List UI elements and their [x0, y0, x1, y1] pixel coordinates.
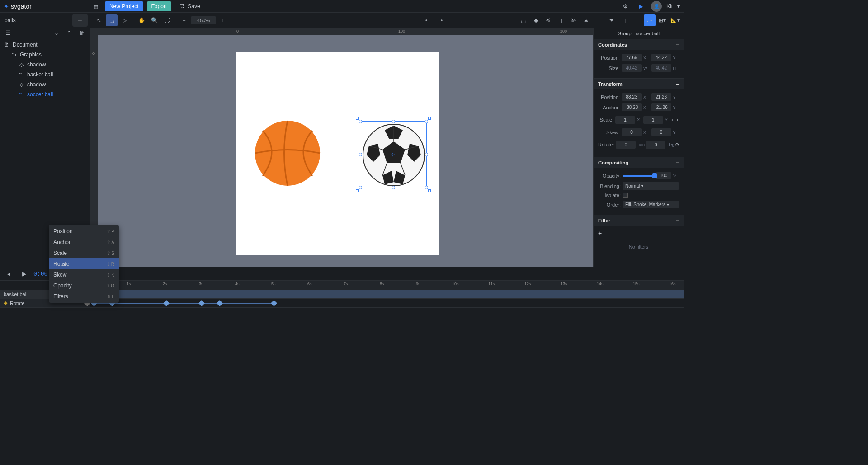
ruler-icon[interactable]: 📐▾: [669, 14, 681, 26]
track-lane-rotate[interactable]: [90, 299, 684, 308]
anchor-point-icon[interactable]: ✢: [391, 152, 395, 157]
chevron-down-icon[interactable]: ⌄: [51, 28, 62, 38]
canvas[interactable]: 0 100 200 0: [90, 28, 593, 267]
rotate-handle[interactable]: [428, 117, 431, 120]
scale-y-input[interactable]: [643, 116, 663, 124]
order-select[interactable]: Fill, Stroke, Markers ▾: [623, 201, 679, 208]
resize-handle[interactable]: [359, 186, 362, 189]
scale-x-input[interactable]: [615, 116, 635, 124]
isolate-checkbox[interactable]: [623, 193, 628, 198]
panel-menu-icon[interactable]: ☰: [3, 28, 14, 38]
resize-handle[interactable]: [425, 186, 428, 189]
filter-header[interactable]: Filter −: [594, 215, 684, 226]
link-icon[interactable]: ⟷: [671, 114, 679, 126]
keyframe[interactable]: [163, 300, 170, 306]
align-tool-2[interactable]: ◆: [530, 14, 542, 26]
node-tool[interactable]: ▷: [118, 14, 130, 26]
zoom-tool[interactable]: 🔍: [148, 14, 160, 26]
track-lane-group[interactable]: [90, 290, 684, 299]
compositing-header[interactable]: Compositing −: [594, 157, 684, 168]
resize-handle[interactable]: [392, 120, 395, 123]
resize-handle[interactable]: [425, 120, 428, 123]
align-middle-icon[interactable]: ═: [593, 14, 605, 26]
align-tool-1[interactable]: ⬚: [517, 14, 529, 26]
anchor-x-input[interactable]: [622, 103, 642, 111]
pan-tool[interactable]: ✋: [136, 14, 147, 26]
zoom-in-button[interactable]: +: [217, 14, 229, 26]
ctx-opacity[interactable]: Opacity⇧ O: [49, 280, 119, 291]
pointer-tool[interactable]: ↖: [93, 14, 105, 26]
rotate-handle[interactable]: [428, 189, 431, 192]
anchor-y-input[interactable]: [651, 103, 671, 111]
size-h-input[interactable]: [651, 64, 671, 72]
save-button[interactable]: 🖫 Save: [175, 1, 204, 11]
skew-y-input[interactable]: [651, 128, 671, 136]
distribute-v-icon[interactable]: ═: [631, 14, 643, 26]
timeline-ruler[interactable]: 1s2s3s4s5s6s7s8s9s10s11s12s13s14s15s16s: [90, 281, 684, 290]
avatar[interactable]: 👤: [651, 1, 662, 12]
tl-play-button[interactable]: ▶: [18, 268, 30, 280]
add-filter-button[interactable]: +: [598, 230, 602, 237]
add-button[interactable]: +: [72, 14, 88, 27]
ctx-filters[interactable]: Filters⇧ L: [49, 291, 119, 302]
tree-item-shadow1[interactable]: ◇ shadow: [0, 60, 90, 70]
align-right-icon[interactable]: ⫸: [568, 14, 580, 26]
keyframe[interactable]: [271, 300, 277, 306]
rotate-deg-input[interactable]: [646, 141, 665, 149]
resize-handle[interactable]: [359, 153, 362, 156]
keyframe[interactable]: [198, 300, 205, 306]
ctx-scale[interactable]: Scale⇧ S: [49, 248, 119, 258]
tree-item-shadow2[interactable]: ◇ shadow: [0, 80, 90, 89]
opacity-slider[interactable]: [623, 175, 655, 177]
rotate-handle[interactable]: [356, 189, 359, 192]
position-x-input[interactable]: [622, 54, 642, 61]
canvas-content[interactable]: ✢: [98, 35, 593, 267]
track-content[interactable]: [90, 290, 684, 308]
trash-icon[interactable]: 🗑: [76, 28, 87, 38]
new-project-button[interactable]: New Project: [105, 1, 143, 11]
ctx-rotate[interactable]: Rotate⇧ R: [49, 258, 119, 269]
resize-handle[interactable]: [359, 120, 362, 123]
distribute-h-icon[interactable]: ⫼: [618, 14, 630, 26]
tree-item-basketball[interactable]: 🗀 basket ball: [0, 70, 90, 80]
t-position-x-input[interactable]: [622, 93, 642, 101]
chevron-up-icon[interactable]: ⌃: [64, 28, 75, 38]
chevron-down-icon[interactable]: ▾: [677, 3, 680, 9]
align-left-icon[interactable]: ⫷: [542, 14, 554, 26]
undo-button[interactable]: ↶: [421, 14, 433, 26]
align-top-icon[interactable]: ⏶: [580, 14, 592, 26]
export-button[interactable]: Export: [147, 1, 172, 11]
coordinates-header[interactable]: Coordinates −: [594, 39, 684, 50]
snap-button[interactable]: ⫰▾: [644, 14, 656, 26]
t-position-y-input[interactable]: [651, 93, 671, 101]
tl-prev-button[interactable]: ◂: [3, 268, 14, 280]
transform-tool[interactable]: ⬚: [106, 14, 118, 26]
redo-button[interactable]: ↷: [435, 14, 447, 26]
settings-icon[interactable]: ⚙: [620, 1, 631, 12]
size-w-input[interactable]: [622, 64, 642, 72]
zoom-level[interactable]: 450%: [191, 16, 216, 24]
rotate-turn-input[interactable]: [616, 141, 636, 149]
tree-item-graphics[interactable]: 🗀 Graphics: [0, 50, 90, 60]
ctx-anchor[interactable]: Anchor⇧ A: [49, 237, 119, 248]
resize-handle[interactable]: [425, 153, 428, 156]
skew-x-input[interactable]: [622, 128, 642, 136]
transform-header[interactable]: Transform −: [594, 79, 684, 89]
keyframe[interactable]: [217, 300, 223, 306]
fit-tool[interactable]: ⛶: [161, 14, 173, 26]
basketball-shape[interactable]: [254, 119, 321, 187]
tree-item-soccerball[interactable]: 🗀 soccer ball: [0, 89, 90, 99]
grid-icon[interactable]: ⊞▾: [656, 14, 668, 26]
rotate-icon[interactable]: ⟳: [675, 139, 679, 150]
ctx-position[interactable]: Position⇧ P: [49, 226, 119, 237]
play-icon[interactable]: ▶: [636, 1, 646, 12]
grid-view-icon[interactable]: ▦: [90, 1, 101, 12]
align-bottom-icon[interactable]: ⏷: [606, 14, 618, 26]
selection-box[interactable]: ✢: [360, 121, 427, 188]
position-y-input[interactable]: [651, 54, 671, 61]
blending-select[interactable]: Normal ▾: [623, 182, 679, 190]
ctx-skew[interactable]: Skew⇧ K: [49, 269, 119, 280]
align-center-h-icon[interactable]: ⫼: [555, 14, 567, 26]
zoom-out-button[interactable]: −: [178, 14, 190, 26]
rotate-handle[interactable]: [356, 117, 359, 120]
